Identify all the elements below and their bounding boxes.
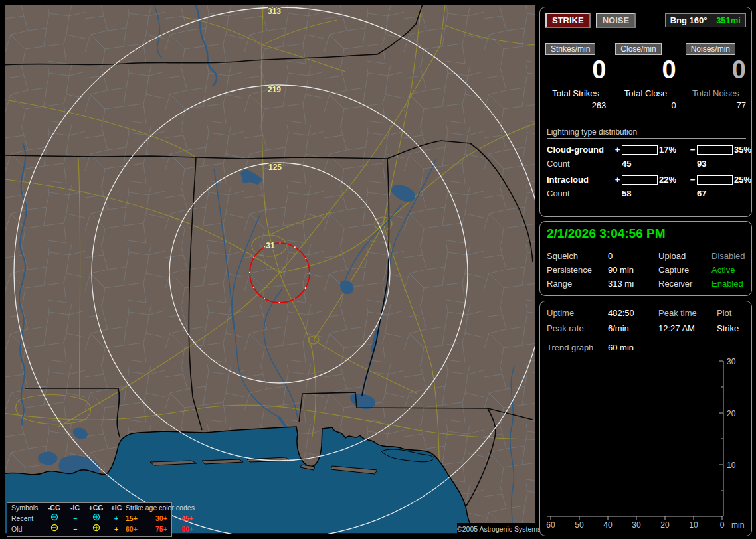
range-value: 351mi	[716, 15, 741, 25]
noise-toggle-button[interactable]: NOISE	[596, 13, 636, 28]
intracloud-count-row: Count 58 67	[547, 189, 747, 198]
x-tick-20: 20	[660, 520, 670, 530]
capture-label: Capture	[658, 265, 711, 275]
uptime-label: Uptime	[547, 308, 608, 318]
noises-per-min-button[interactable]: Noises/min	[686, 43, 735, 55]
ring-label-313: 313	[268, 7, 281, 16]
trend-graph-value: 60 min	[608, 343, 745, 352]
trend-panel: 30 20 10 60 50 40 30 20 10 0 min Uptime …	[539, 301, 752, 536]
age-code: 60+	[126, 524, 155, 534]
cg-positive-count: 45	[622, 159, 688, 169]
circle-plus-icon	[85, 524, 107, 534]
legend-row-label: Recent	[11, 514, 43, 524]
ic-positive-pct: 22%	[659, 175, 688, 185]
persistence-value: 90 min	[608, 265, 658, 275]
ic-negative-bar	[697, 175, 733, 185]
minus-icon: −	[65, 524, 85, 534]
cg-positive-pct: 17%	[659, 145, 688, 155]
copyright-notice: ©2005 Astrogenic Systems	[457, 523, 537, 536]
age-code: 15+	[126, 514, 155, 524]
bearing-range-readout: Bng 160° 351mi	[665, 13, 746, 27]
age-code: 90+	[181, 524, 207, 534]
uptime-value: 482:50	[608, 308, 658, 318]
ring-label-31: 31	[266, 241, 275, 250]
x-tick-0: 0	[720, 520, 725, 530]
cg-negative-bar	[697, 145, 733, 155]
trend-graph-label: Trend graph	[547, 343, 608, 352]
map-svg: 313 219 125 31	[5, 5, 535, 534]
cg-negative-count: 93	[697, 159, 756, 169]
total-strikes-value: 263	[545, 100, 606, 110]
x-tick-30: 30	[632, 520, 641, 530]
strike-counters-panel: STRIKE NOISE Bng 160° 351mi Strikes/min …	[539, 7, 752, 217]
x-tick-50: 50	[575, 520, 584, 530]
plot-label: Plot	[717, 308, 745, 318]
strike-toggle-button[interactable]: STRIKE	[545, 13, 591, 28]
minus-sign: −	[688, 175, 697, 185]
plus-sign: +	[613, 145, 622, 155]
intracloud-row: Intracloud + 22% − 25%	[547, 175, 747, 185]
lightning-map[interactable]: 313 219 125 31 Symbols -CG -IC +CG +IC S…	[5, 5, 535, 534]
minus-icon: −	[65, 514, 85, 524]
ring-label-125: 125	[268, 163, 282, 172]
x-axis-unit: min	[731, 520, 744, 530]
peak-rate-value: 6/min	[608, 323, 658, 333]
legend-col-neg-ic: -IC	[65, 503, 85, 513]
cloud-ground-label: Cloud-ground	[547, 145, 613, 155]
circle-plus-icon	[85, 513, 107, 524]
plus-icon: +	[107, 524, 126, 534]
legend-col-pos-cg: +CG	[85, 503, 107, 513]
bearing-value: Bng 160°	[670, 15, 708, 25]
receiver-status: Enabled	[711, 279, 745, 289]
distribution-title: Lightning type distribution	[547, 127, 746, 139]
capture-status: Active	[711, 265, 745, 275]
datetime-display: 2/1/2026 3:04:56 PM	[547, 226, 745, 244]
persistence-label: Persistence	[547, 265, 608, 275]
age-code: 75+	[155, 524, 181, 534]
x-tick-60: 60	[546, 520, 555, 530]
minus-sign: −	[688, 145, 697, 155]
ic-positive-count: 58	[622, 189, 688, 198]
total-noises-value: 77	[686, 100, 746, 110]
peak-time-value: 12:27 AM	[658, 323, 717, 333]
upload-status: Disabled	[711, 251, 745, 261]
y-tick-30: 30	[727, 357, 736, 366]
cloud-ground-row: Cloud-ground + 17% − 35%	[547, 145, 747, 155]
cg-negative-pct: 35%	[734, 145, 756, 155]
intracloud-label: Intracloud	[547, 175, 613, 185]
circle-minus-icon	[43, 513, 65, 524]
x-tick-10: 10	[689, 520, 698, 530]
legend-row-label: Old	[11, 524, 43, 534]
map-legend: Symbols -CG -IC +CG +IC Strike age color…	[7, 502, 172, 537]
peak-time-label: Peak time	[658, 308, 717, 318]
cg-positive-bar	[622, 145, 658, 155]
total-close-label: Total Close	[615, 88, 676, 98]
ic-positive-bar	[622, 175, 658, 185]
cloud-ground-count-row: Count 45 93	[547, 159, 747, 169]
close-rate: 0	[615, 56, 676, 83]
age-code: 30+	[155, 514, 181, 524]
legend-row-old: Old − + 60+ 75+ 90+	[7, 524, 171, 534]
strikes-per-min-button[interactable]: Strikes/min	[545, 43, 595, 55]
total-strikes-label: Total Strikes	[545, 88, 606, 98]
y-tick-10: 10	[727, 461, 736, 470]
age-code: 45+	[181, 514, 207, 524]
legend-col-pos-ic: +IC	[107, 503, 126, 513]
total-noises-label: Total Noises	[686, 88, 746, 98]
strikes-rate: 0	[545, 56, 606, 83]
close-column: Close/min 0 Total Close 0	[615, 42, 676, 110]
x-tick-40: 40	[603, 520, 613, 530]
legend-header: Symbols -CG -IC +CG +IC Strike age color…	[7, 503, 171, 513]
receiver-label: Receiver	[658, 279, 711, 289]
ic-negative-count: 67	[697, 189, 756, 198]
close-per-min-button[interactable]: Close/min	[615, 43, 661, 55]
range-label: Range	[547, 279, 608, 289]
plot-value: Strike	[717, 323, 745, 333]
squelch-label: Squelch	[547, 251, 608, 261]
strikes-column: Strikes/min 0 Total Strikes 263	[545, 42, 606, 110]
noises-rate: 0	[686, 56, 746, 83]
count-label: Count	[547, 189, 613, 198]
ring-label-219: 219	[268, 85, 281, 94]
plus-sign: +	[613, 175, 622, 185]
legend-col-neg-cg: -CG	[43, 503, 65, 513]
